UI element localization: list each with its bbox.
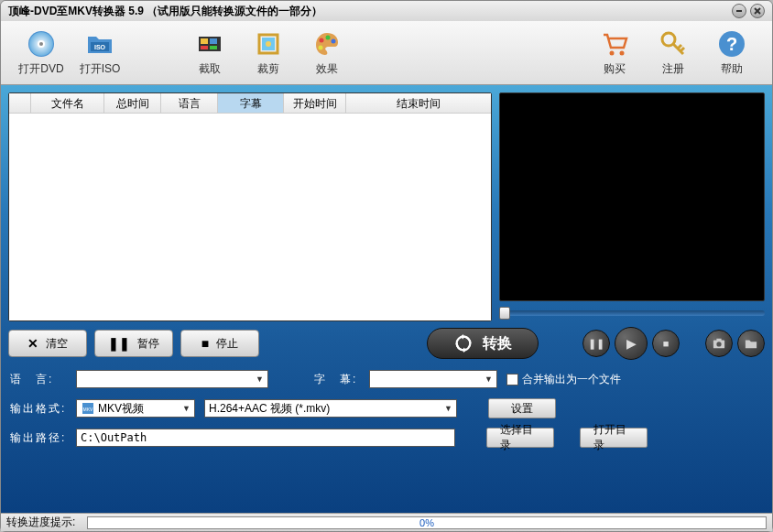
crop-button[interactable]: 裁剪 [242,27,295,80]
minimize-button[interactable] [732,4,746,18]
buy-label: 购买 [604,61,626,77]
open-dvd-button[interactable]: 打开DVD [15,27,68,80]
register-button[interactable]: 注册 [647,27,700,80]
svg-text:ISO: ISO [94,44,106,50]
language-label: 语 言: [10,372,67,387]
column-total-time[interactable]: 总时间 [104,93,161,113]
window-title: 顶峰-DVD至MKV转换器 5.9 （试用版只能转换源文件的一部分） [8,4,728,19]
slider-thumb[interactable] [499,307,510,320]
list-body[interactable] [9,114,491,320]
language-select[interactable]: ▼ [76,370,268,388]
titlebar[interactable]: 顶峰-DVD至MKV转换器 5.9 （试用版只能转换源文件的一部分） [1,1,772,21]
main-area: 文件名 总时间 语言 字幕 开始时间 结束时间 [1,85,772,513]
slider-track[interactable] [499,310,765,316]
player-play-button[interactable]: ▶ [615,327,648,360]
svg-text:?: ? [726,34,737,54]
palette-icon [312,29,342,59]
scissors-icon [195,29,224,59]
player-stop-icon: ■ [663,338,670,349]
settings-button[interactable]: 设置 [488,398,556,418]
settings-area: 语 言: ▼ 字 幕: ▼ 合并输出为一个文件 输出格式: MKV MKV视频 [8,365,765,450]
stop-button[interactable]: ■ 停止 [180,330,259,357]
svg-rect-11 [210,38,217,44]
chevron-down-icon: ▼ [484,375,493,384]
convert-label: 转换 [483,334,512,353]
camera-icon [713,337,725,350]
refresh-icon [453,333,474,353]
preview-slider[interactable] [499,305,765,321]
clear-button[interactable]: ✕ 清空 [8,330,87,357]
column-end-time[interactable]: 结束时间 [346,93,491,113]
toolbar: 打开DVD ISO 打开ISO 截取 裁剪 效果 购买 注册 ? [1,21,772,85]
svg-rect-10 [201,38,208,44]
crop-icon [254,29,283,59]
effect-button[interactable]: 效果 [300,27,354,80]
effect-label: 效果 [316,61,338,77]
subtitle-select[interactable]: ▼ [369,370,497,388]
dvd-disc-icon [27,29,56,59]
codec-value: H.264+AAC 视频 (*.mkv) [209,401,330,417]
capture-button[interactable]: 截取 [183,27,236,80]
buy-button[interactable]: 购买 [588,27,641,80]
svg-point-17 [320,38,324,42]
codec-select[interactable]: H.264+AAC 视频 (*.mkv) ▼ [204,399,457,418]
open-dir-button[interactable]: 打开目录 [580,428,648,448]
svg-rect-13 [210,46,217,49]
capture-label: 截取 [199,61,221,77]
snapshot-button[interactable] [705,330,733,357]
output-format-select[interactable]: MKV MKV视频 ▼ [76,399,195,418]
player-stop-button[interactable]: ■ [652,330,680,357]
chevron-down-icon: ▼ [182,404,191,413]
svg-point-23 [662,33,675,46]
column-checkbox[interactable] [9,93,31,113]
svg-point-19 [332,38,336,43]
cart-icon [600,29,629,59]
help-button[interactable]: ? 帮助 [705,27,758,80]
key-icon [659,29,688,59]
convert-button[interactable]: 转换 [427,328,539,359]
open-folder-button[interactable] [737,330,765,357]
player-pause-button[interactable]: ❚❚ [582,330,610,357]
list-header: 文件名 总时间 语言 字幕 开始时间 结束时间 [9,93,491,114]
svg-point-16 [266,41,271,47]
chevron-down-icon: ▼ [256,375,264,384]
column-language[interactable]: 语言 [161,93,218,113]
status-label: 转换进度提示: [6,515,87,530]
minimize-icon [735,6,744,16]
open-iso-button[interactable]: ISO 打开ISO [73,27,126,80]
controls-row: ✕ 清空 ❚❚ 暂停 ■ 停止 转换 ❚❚ ▶ ■ [8,327,765,360]
column-filename[interactable]: 文件名 [31,93,104,113]
close-button[interactable] [750,4,765,18]
output-path-label: 输出路径: [10,430,67,446]
preview-panel [499,92,765,321]
pause-button[interactable]: ❚❚ 暂停 [94,330,173,357]
preview-video[interactable] [499,92,765,301]
stop-label: 停止 [216,336,238,352]
clear-x-icon: ✕ [27,336,38,351]
progress-bar: 0% [87,516,767,529]
select-dir-button[interactable]: 选择目录 [486,428,554,448]
svg-text:MKV: MKV [83,407,94,412]
subtitle-label: 字 幕: [314,372,360,387]
svg-rect-28 [716,339,721,342]
column-start-time[interactable]: 开始时间 [284,93,346,113]
pause-icon: ❚❚ [108,336,130,351]
merge-checkbox[interactable] [506,374,518,385]
output-path-input[interactable] [76,429,455,447]
column-subtitle[interactable]: 字幕 [218,93,284,113]
merge-label: 合并输出为一个文件 [522,372,621,387]
open-iso-label: 打开ISO [80,61,121,77]
clear-label: 清空 [46,336,68,352]
output-format-value: MKV视频 [98,401,144,417]
player-pause-icon: ❚❚ [588,338,604,350]
progress-percent: 0% [88,517,766,528]
help-label: 帮助 [721,61,743,77]
output-format-label: 输出格式: [10,401,67,417]
stop-icon: ■ [201,336,209,351]
svg-point-6 [39,42,43,46]
statusbar: 转换进度提示: 0% [1,513,772,531]
svg-rect-12 [201,46,208,49]
svg-point-18 [326,35,331,39]
iso-folder-icon: ISO [85,29,114,59]
svg-point-21 [610,50,615,55]
